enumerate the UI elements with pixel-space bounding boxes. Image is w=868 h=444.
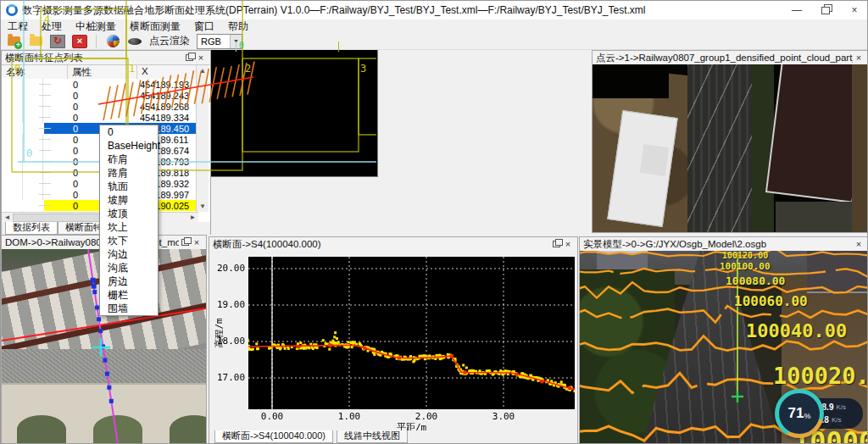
model-titlebar: 实景模型->0->G:/JYX/Osgb_Model\2.osgb × <box>580 237 868 252</box>
close-button[interactable]: × <box>840 1 868 19</box>
model-panel: 实景模型->0->G:/JYX/Osgb_Model\2.osgb × 1001… <box>579 236 868 444</box>
model-viewport[interactable]: 100120.00100100.00100080.00100060.001000… <box>580 251 868 444</box>
dropdown-item[interactable]: 路肩 <box>100 166 158 180</box>
pointcloud-panel: 点云->1->Railway0807_group1_densified_poin… <box>592 50 868 233</box>
close-panel-button[interactable]: × <box>853 53 865 64</box>
dropdown-item[interactable]: 沟底 <box>100 261 158 275</box>
section-title: 横断面->S4(100040.000) <box>213 238 550 251</box>
void-corner <box>593 64 669 98</box>
pointcloud-title: 点云->1->Railway0807_group1_densified_poin… <box>596 52 853 64</box>
dropdown-item[interactable]: 砟肩 <box>100 153 158 166</box>
track-ties <box>687 64 754 232</box>
progress-percent: 71 <box>788 405 804 422</box>
plan-view-panel[interactable]: 012340 <box>1 1 378 177</box>
dropdown-item[interactable]: 栅栏 <box>100 288 158 302</box>
svg-text:4: 4 <box>44 14 50 25</box>
station-label: 100100.00 <box>720 261 771 272</box>
dropdown-item[interactable]: 轨面 <box>100 180 158 193</box>
progress-percent-unit: % <box>804 412 810 420</box>
float-icon <box>181 239 189 246</box>
terrain-right-edge <box>852 64 868 232</box>
float-icon <box>553 241 560 247</box>
tree-tick <box>39 183 51 184</box>
dropdown-item[interactable]: 坎下 <box>100 234 158 247</box>
station-label: 100020.00 <box>773 363 868 389</box>
close-panel-button[interactable]: × <box>191 237 203 248</box>
dropdown-item[interactable]: 沟边 <box>100 247 158 261</box>
section-titlebar: 横断面->S4(100040.000) × <box>209 237 577 252</box>
plan-view-drawing: 012340 <box>1 1 376 175</box>
tree-tick <box>39 194 51 195</box>
restore-button[interactable] <box>811 1 840 19</box>
float-panel-button[interactable] <box>179 237 191 248</box>
dropdown-item[interactable]: BaseHeight <box>100 139 158 153</box>
section-tabs: 横断面->S4(100040.000) 线路中线视图 <box>209 430 577 444</box>
model-title: 实景模型->0->G:/JYX/Osgb_Model\2.osgb <box>583 238 853 251</box>
dropdown-item[interactable]: 坡顶 <box>100 207 158 220</box>
attribute-dropdown-popup: 0BaseHeight砟肩路肩轨面坡脚坡顶坎上坎下沟边沟底房边栅栏围墙 <box>99 125 159 316</box>
tab-centerline-view[interactable]: 线路中线视图 <box>337 430 408 443</box>
download-unit: K/s <box>836 403 846 411</box>
svg-text:0: 0 <box>14 63 20 75</box>
svg-text:0: 0 <box>26 147 32 159</box>
origin-zero-label: 0 <box>239 41 244 50</box>
svg-text:3: 3 <box>360 63 366 75</box>
station-label: 100080.00 <box>726 275 785 287</box>
tab-section-s4[interactable]: 横断面->S4(100040.000) <box>214 430 333 443</box>
close-panel-button[interactable]: × <box>562 239 574 250</box>
station-label: 100040.00 <box>746 320 847 341</box>
grid-line-overflow <box>338 42 339 52</box>
upload-unit: K/s <box>832 416 842 424</box>
restore-icon <box>821 7 830 14</box>
svg-text:1: 1 <box>129 63 135 75</box>
dropdown-item[interactable]: 房边 <box>100 275 158 288</box>
progress-circle[interactable]: 71 % <box>775 389 824 438</box>
pointcloud-titlebar: 点云->1->Railway0807_group1_densified_poin… <box>593 51 868 65</box>
dropdown-item[interactable]: 围墙 <box>100 302 158 315</box>
dropdown-item[interactable]: 坡脚 <box>100 193 158 207</box>
section-panel: 横断面->S4(100040.000) × 横断面->S4(100040.000… <box>209 236 578 444</box>
application-window: 数字摄影测量多源数据融合地形断面处理系统(DPTerrain) V1.0.0—F… <box>0 0 868 444</box>
axis-line-overflow <box>236 42 236 52</box>
dropdown-item[interactable]: 0 <box>100 125 158 139</box>
building-wing <box>640 144 669 176</box>
close-panel-button[interactable]: × <box>853 239 865 250</box>
station-label: 100060.00 <box>734 293 808 309</box>
tree-tick <box>39 205 51 206</box>
tab-data-list[interactable]: 数据列表 <box>5 222 58 235</box>
scroll-down-icon[interactable]: ▼ <box>197 201 209 212</box>
float-panel-button[interactable] <box>550 239 562 250</box>
minimize-button[interactable]: — <box>782 1 811 19</box>
pointcloud-viewport[interactable] <box>593 64 868 232</box>
ground-lower-right <box>776 202 864 232</box>
section-chart[interactable] <box>209 251 577 430</box>
station-label: 100120.00 <box>722 251 768 260</box>
dropdown-item[interactable]: 坎上 <box>100 220 158 234</box>
